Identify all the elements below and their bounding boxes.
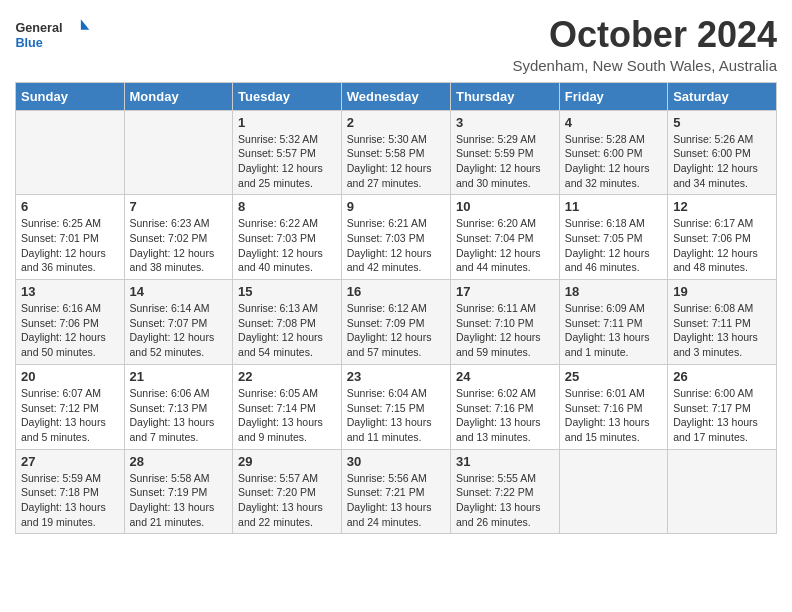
day-detail: Sunrise: 6:17 AM Sunset: 7:06 PM Dayligh… (673, 216, 771, 275)
day-number: 26 (673, 369, 771, 384)
calendar-cell: 31Sunrise: 5:55 AM Sunset: 7:22 PM Dayli… (450, 449, 559, 534)
day-detail: Sunrise: 6:18 AM Sunset: 7:05 PM Dayligh… (565, 216, 662, 275)
calendar-cell (16, 110, 125, 195)
calendar-cell: 30Sunrise: 5:56 AM Sunset: 7:21 PM Dayli… (341, 449, 450, 534)
calendar-cell: 29Sunrise: 5:57 AM Sunset: 7:20 PM Dayli… (233, 449, 342, 534)
calendar-cell: 1Sunrise: 5:32 AM Sunset: 5:57 PM Daylig… (233, 110, 342, 195)
day-number: 27 (21, 454, 119, 469)
day-number: 2 (347, 115, 445, 130)
day-number: 20 (21, 369, 119, 384)
day-detail: Sunrise: 6:25 AM Sunset: 7:01 PM Dayligh… (21, 216, 119, 275)
day-detail: Sunrise: 6:04 AM Sunset: 7:15 PM Dayligh… (347, 386, 445, 445)
day-number: 22 (238, 369, 336, 384)
day-detail: Sunrise: 6:11 AM Sunset: 7:10 PM Dayligh… (456, 301, 554, 360)
day-detail: Sunrise: 6:13 AM Sunset: 7:08 PM Dayligh… (238, 301, 336, 360)
day-detail: Sunrise: 6:05 AM Sunset: 7:14 PM Dayligh… (238, 386, 336, 445)
location: Sydenham, New South Wales, Australia (512, 57, 777, 74)
day-number: 3 (456, 115, 554, 130)
day-number: 21 (130, 369, 228, 384)
day-number: 28 (130, 454, 228, 469)
calendar-cell: 7Sunrise: 6:23 AM Sunset: 7:02 PM Daylig… (124, 195, 233, 280)
day-detail: Sunrise: 6:21 AM Sunset: 7:03 PM Dayligh… (347, 216, 445, 275)
calendar-cell: 10Sunrise: 6:20 AM Sunset: 7:04 PM Dayli… (450, 195, 559, 280)
day-detail: Sunrise: 5:26 AM Sunset: 6:00 PM Dayligh… (673, 132, 771, 191)
day-number: 4 (565, 115, 662, 130)
calendar-cell: 19Sunrise: 6:08 AM Sunset: 7:11 PM Dayli… (668, 280, 777, 365)
day-detail: Sunrise: 6:20 AM Sunset: 7:04 PM Dayligh… (456, 216, 554, 275)
calendar-week-1: 1Sunrise: 5:32 AM Sunset: 5:57 PM Daylig… (16, 110, 777, 195)
calendar-cell: 3Sunrise: 5:29 AM Sunset: 5:59 PM Daylig… (450, 110, 559, 195)
calendar-cell: 13Sunrise: 6:16 AM Sunset: 7:06 PM Dayli… (16, 280, 125, 365)
calendar-week-2: 6Sunrise: 6:25 AM Sunset: 7:01 PM Daylig… (16, 195, 777, 280)
header-thursday: Thursday (450, 82, 559, 110)
day-number: 8 (238, 199, 336, 214)
day-detail: Sunrise: 6:23 AM Sunset: 7:02 PM Dayligh… (130, 216, 228, 275)
day-detail: Sunrise: 5:28 AM Sunset: 6:00 PM Dayligh… (565, 132, 662, 191)
calendar-cell: 5Sunrise: 5:26 AM Sunset: 6:00 PM Daylig… (668, 110, 777, 195)
day-detail: Sunrise: 6:08 AM Sunset: 7:11 PM Dayligh… (673, 301, 771, 360)
calendar-cell: 20Sunrise: 6:07 AM Sunset: 7:12 PM Dayli… (16, 364, 125, 449)
day-number: 23 (347, 369, 445, 384)
svg-marker-2 (81, 19, 89, 30)
calendar-week-3: 13Sunrise: 6:16 AM Sunset: 7:06 PM Dayli… (16, 280, 777, 365)
logo: General Blue (15, 15, 95, 53)
day-number: 31 (456, 454, 554, 469)
svg-text:General: General (15, 21, 62, 35)
day-number: 10 (456, 199, 554, 214)
header-saturday: Saturday (668, 82, 777, 110)
calendar-cell: 14Sunrise: 6:14 AM Sunset: 7:07 PM Dayli… (124, 280, 233, 365)
day-number: 7 (130, 199, 228, 214)
logo-icon: General Blue (15, 15, 95, 53)
page-header: General Blue October 2024 Sydenham, New … (15, 15, 777, 74)
day-number: 9 (347, 199, 445, 214)
calendar-cell: 2Sunrise: 5:30 AM Sunset: 5:58 PM Daylig… (341, 110, 450, 195)
header-tuesday: Tuesday (233, 82, 342, 110)
day-number: 24 (456, 369, 554, 384)
calendar-cell (559, 449, 667, 534)
day-number: 25 (565, 369, 662, 384)
day-detail: Sunrise: 6:07 AM Sunset: 7:12 PM Dayligh… (21, 386, 119, 445)
day-number: 18 (565, 284, 662, 299)
calendar-cell: 22Sunrise: 6:05 AM Sunset: 7:14 PM Dayli… (233, 364, 342, 449)
day-number: 29 (238, 454, 336, 469)
day-number: 11 (565, 199, 662, 214)
calendar-cell: 11Sunrise: 6:18 AM Sunset: 7:05 PM Dayli… (559, 195, 667, 280)
calendar-cell: 8Sunrise: 6:22 AM Sunset: 7:03 PM Daylig… (233, 195, 342, 280)
calendar-header-row: SundayMondayTuesdayWednesdayThursdayFrid… (16, 82, 777, 110)
day-detail: Sunrise: 6:12 AM Sunset: 7:09 PM Dayligh… (347, 301, 445, 360)
day-detail: Sunrise: 5:29 AM Sunset: 5:59 PM Dayligh… (456, 132, 554, 191)
day-detail: Sunrise: 6:00 AM Sunset: 7:17 PM Dayligh… (673, 386, 771, 445)
calendar-week-5: 27Sunrise: 5:59 AM Sunset: 7:18 PM Dayli… (16, 449, 777, 534)
header-sunday: Sunday (16, 82, 125, 110)
calendar-cell: 9Sunrise: 6:21 AM Sunset: 7:03 PM Daylig… (341, 195, 450, 280)
calendar-cell: 16Sunrise: 6:12 AM Sunset: 7:09 PM Dayli… (341, 280, 450, 365)
day-number: 14 (130, 284, 228, 299)
month-title: October 2024 (512, 15, 777, 55)
day-number: 17 (456, 284, 554, 299)
calendar-cell: 23Sunrise: 6:04 AM Sunset: 7:15 PM Dayli… (341, 364, 450, 449)
day-detail: Sunrise: 5:32 AM Sunset: 5:57 PM Dayligh… (238, 132, 336, 191)
header-monday: Monday (124, 82, 233, 110)
day-number: 12 (673, 199, 771, 214)
day-detail: Sunrise: 6:22 AM Sunset: 7:03 PM Dayligh… (238, 216, 336, 275)
day-detail: Sunrise: 6:16 AM Sunset: 7:06 PM Dayligh… (21, 301, 119, 360)
day-number: 5 (673, 115, 771, 130)
day-detail: Sunrise: 5:58 AM Sunset: 7:19 PM Dayligh… (130, 471, 228, 530)
day-detail: Sunrise: 6:09 AM Sunset: 7:11 PM Dayligh… (565, 301, 662, 360)
calendar-week-4: 20Sunrise: 6:07 AM Sunset: 7:12 PM Dayli… (16, 364, 777, 449)
calendar-cell: 24Sunrise: 6:02 AM Sunset: 7:16 PM Dayli… (450, 364, 559, 449)
day-number: 19 (673, 284, 771, 299)
day-number: 1 (238, 115, 336, 130)
day-detail: Sunrise: 5:56 AM Sunset: 7:21 PM Dayligh… (347, 471, 445, 530)
calendar-cell: 17Sunrise: 6:11 AM Sunset: 7:10 PM Dayli… (450, 280, 559, 365)
calendar-cell: 6Sunrise: 6:25 AM Sunset: 7:01 PM Daylig… (16, 195, 125, 280)
header-wednesday: Wednesday (341, 82, 450, 110)
calendar-table: SundayMondayTuesdayWednesdayThursdayFrid… (15, 82, 777, 535)
calendar-cell (124, 110, 233, 195)
calendar-cell (668, 449, 777, 534)
calendar-cell: 15Sunrise: 6:13 AM Sunset: 7:08 PM Dayli… (233, 280, 342, 365)
day-detail: Sunrise: 6:14 AM Sunset: 7:07 PM Dayligh… (130, 301, 228, 360)
day-detail: Sunrise: 6:02 AM Sunset: 7:16 PM Dayligh… (456, 386, 554, 445)
calendar-cell: 12Sunrise: 6:17 AM Sunset: 7:06 PM Dayli… (668, 195, 777, 280)
title-area: October 2024 Sydenham, New South Wales, … (512, 15, 777, 74)
